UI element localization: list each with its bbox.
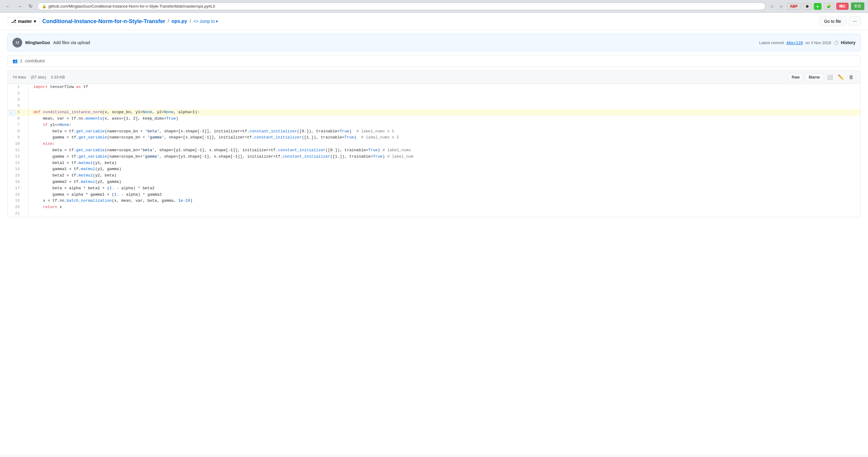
address-bar[interactable]: 🔒 github.com/MingtaoGuo/Conditional-Inst…	[37, 2, 766, 10]
file-breadcrumb-bar: ⎇ master ▾ Conditional-Instance-Norm-for…	[0, 13, 868, 30]
code-line-11: beta = tf.get_variable(name=scope_bn+'be…	[28, 147, 860, 154]
table-row: 17 beta = alpha * beta1 + (1. - alpha) *…	[8, 185, 860, 192]
file-size: 3.33 KB	[51, 75, 65, 79]
code-actions: Raw Blame ⬜ ✏️ 🗑	[788, 73, 856, 81]
code-line-4	[28, 103, 860, 109]
table-row: 11 beta = tf.get_variable(name=scope_bn+…	[8, 147, 860, 154]
line-number-21[interactable]: 21	[8, 210, 28, 217]
code-line-13: beta1 = tf.matmul(y1, beta)	[28, 160, 860, 166]
history-clock-icon: 🕐	[834, 40, 838, 45]
line-number-18[interactable]: 18	[8, 192, 28, 198]
delete-icon[interactable]: 🗑	[847, 73, 856, 81]
commit-hash[interactable]: 46ec120	[786, 40, 803, 45]
line-number-19[interactable]: 19	[8, 198, 28, 204]
blame-button[interactable]: Blame	[805, 73, 824, 81]
table-row: 12 gamma = tf.get_variable(name=scope_bn…	[8, 154, 860, 160]
breadcrumb-right: Go to file ···	[819, 17, 861, 26]
line-number-8[interactable]: 8	[8, 128, 28, 135]
table-row: 1 import tensorflow as tf	[8, 84, 860, 90]
code-line-2	[28, 90, 860, 97]
line-number-10[interactable]: 10	[8, 141, 28, 147]
more-options-button[interactable]: ···	[849, 17, 861, 26]
line-number-17[interactable]: 17	[8, 185, 28, 192]
line-number-1[interactable]: 1	[8, 84, 28, 90]
github-page: ⎇ master ▾ Conditional-Instance-Norm-for…	[0, 13, 868, 455]
repo-link[interactable]: Conditional-Instance-Norm-for-n-Style-Tr…	[42, 18, 165, 25]
code-line-8: beta = tf.get_variable(name=scope_bn + '…	[28, 128, 860, 135]
code-table: 1 import tensorflow as tf 2 3 4	[8, 84, 860, 217]
code-line-20: return x	[28, 204, 860, 210]
avatar: M	[12, 38, 22, 47]
line-number-13[interactable]: 13	[8, 160, 28, 166]
line-number-15[interactable]: 15	[8, 172, 28, 179]
jump-to-button[interactable]: <> Jump to ▾	[193, 19, 218, 24]
breadcrumb-left: ⎇ master ▾ Conditional-Instance-Norm-for…	[7, 17, 218, 26]
desktop-icon[interactable]: ⬜	[825, 73, 835, 81]
commit-meta: Latest commit 46ec120 on 3 Nov 2018 🕐 Hi…	[759, 40, 856, 45]
bookmark-icon[interactable]: ⊹	[778, 3, 785, 9]
edit-icon[interactable]: ✏️	[836, 73, 846, 81]
code-viewer: 74 lines (57 sloc) 3.33 KB Raw Blame ⬜ ✏…	[7, 70, 861, 217]
line-number-12[interactable]: 12	[8, 154, 28, 160]
line-number-6[interactable]: 6	[8, 116, 28, 122]
line-number-16[interactable]: 16	[8, 179, 28, 185]
go-to-file-button[interactable]: Go to file	[819, 17, 846, 26]
branch-selector[interactable]: ⎇ master ▾	[7, 17, 40, 26]
extension-3[interactable]: 🧩	[824, 3, 834, 10]
code-line-21	[28, 210, 860, 217]
commit-info: M MingtaoGuo Add files via upload	[12, 38, 90, 47]
line-number-5[interactable]: ··· 5	[8, 109, 28, 116]
update-button[interactable]: 更新	[851, 2, 864, 10]
table-row: 19 x = tf.nn.batch_normalization(x, mean…	[8, 198, 860, 204]
breadcrumb-sep-2: /	[190, 19, 191, 24]
table-row: 6 mean, var = tf.nn.moments(x, axes=[1, …	[8, 116, 860, 122]
line-number-9[interactable]: 9	[8, 134, 28, 141]
line-number-14[interactable]: 14	[8, 166, 28, 172]
table-row: 16 gamma2 = tf.matmul(y2, gamma)	[8, 179, 860, 185]
table-row: 14 gamma1 = tf.matmul(y1, gamma)	[8, 166, 860, 172]
jump-chevron-icon: ▾	[216, 19, 218, 24]
table-row: 10 else:	[8, 141, 860, 147]
branch-label: master	[18, 19, 32, 24]
reload-button[interactable]: ↻	[27, 3, 34, 10]
commit-author[interactable]: MingtaoGuo	[25, 40, 50, 45]
code-line-18: gamma = alpha * gamma1 + (1. - alpha) * …	[28, 192, 860, 198]
branch-chevron-icon: ▾	[34, 19, 36, 24]
line-number-7[interactable]: 7	[8, 122, 28, 128]
code-line-19: x = tf.nn.batch_normalization(x, mean, v…	[28, 198, 860, 204]
contributor-bar: 👥 1 contributor	[7, 55, 861, 67]
code-line-3	[28, 97, 860, 103]
avatar-initials: M	[16, 40, 19, 45]
extension-2[interactable]: ●	[814, 3, 822, 10]
line-number-11[interactable]: 11	[8, 147, 28, 154]
line-number-20[interactable]: 20	[8, 204, 28, 210]
code-line-7: if y1==None:	[28, 122, 860, 128]
code-line-10: else:	[28, 141, 860, 147]
table-row: 9 gamma = tf.get_variable(name=scope_bn …	[8, 134, 860, 141]
back-button[interactable]: ←	[4, 3, 12, 10]
breadcrumb-sep-1: /	[168, 19, 169, 24]
code-line-1: import tensorflow as tf	[28, 84, 860, 90]
branch-icon: ⎇	[11, 19, 16, 24]
abp-extension[interactable]: ABP	[787, 3, 800, 10]
table-row: 21	[8, 210, 860, 217]
table-row: 20 return x	[8, 204, 860, 210]
line-count: 74 lines	[12, 75, 26, 79]
raw-button[interactable]: Raw	[788, 73, 804, 81]
line-number-3[interactable]: 3	[8, 97, 28, 103]
expand-lines-button[interactable]: ···	[7, 110, 15, 116]
table-row: ··· 5 def conditional_instance_norm(x, s…	[8, 109, 860, 116]
history-button[interactable]: History	[841, 40, 856, 45]
forward-button[interactable]: →	[15, 3, 24, 10]
jump-to-label: <> Jump to	[193, 19, 215, 24]
extension-1[interactable]: ⊕	[803, 3, 811, 10]
code-line-16: gamma2 = tf.matmul(y2, gamma)	[28, 179, 860, 185]
star-icon[interactable]: ☆	[769, 3, 775, 9]
line-number-4[interactable]: 4	[8, 103, 28, 109]
user-extension[interactable]: 橘红	[836, 3, 848, 10]
code-line-5: def conditional_instance_norm(x, scope_b…	[28, 109, 860, 116]
latest-commit-label: Latest commit	[759, 40, 784, 45]
commit-bar: M MingtaoGuo Add files via upload Latest…	[7, 34, 861, 52]
table-row: 2	[8, 90, 860, 97]
line-number-2[interactable]: 2	[8, 90, 28, 97]
